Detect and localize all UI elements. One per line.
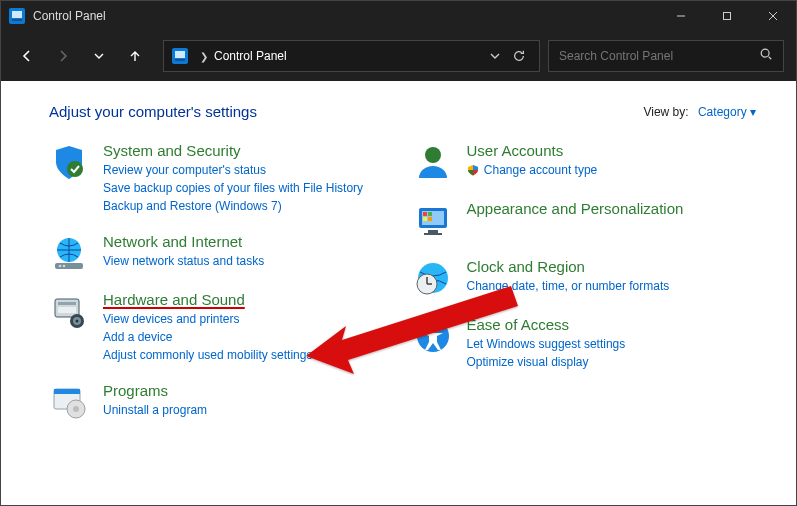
category-network-internet: Network and InternetView network status … [49, 233, 393, 273]
clock-region-icon[interactable] [413, 258, 453, 298]
category-title[interactable]: Hardware and Sound [103, 291, 312, 308]
svg-rect-18 [58, 302, 76, 305]
svg-rect-24 [54, 389, 80, 394]
svg-rect-9 [175, 59, 185, 61]
nav-back-button[interactable] [13, 42, 41, 70]
category-links: View devices and printersAdd a deviceAdj… [103, 310, 312, 364]
svg-point-10 [761, 49, 769, 57]
content-area: Adjust your computer's settings View by:… [1, 81, 796, 505]
view-by-value[interactable]: Category ▾ [698, 105, 756, 119]
close-button[interactable] [750, 1, 796, 31]
minimize-button[interactable] [658, 1, 704, 31]
category-user-accounts: User Accounts Change account type [413, 142, 757, 182]
nav-up-button[interactable] [121, 42, 149, 70]
control-panel-window: Control Panel ❯ Control Panel [0, 0, 797, 506]
svg-point-22 [76, 320, 79, 323]
category-links: Uninstall a program [103, 401, 207, 419]
category-links: View network status and tasks [103, 252, 264, 270]
svg-point-16 [63, 265, 66, 268]
search-icon[interactable] [759, 47, 773, 65]
system-security-icon[interactable] [49, 142, 89, 182]
category-link[interactable]: Adjust commonly used mobility settings [103, 346, 312, 364]
navbar: ❯ Control Panel [1, 31, 796, 81]
category-links: Let Windows suggest settingsOptimize vis… [467, 335, 626, 371]
svg-rect-8 [175, 51, 185, 58]
window-title: Control Panel [33, 9, 658, 23]
network-internet-icon[interactable] [49, 233, 89, 273]
svg-line-11 [769, 57, 772, 60]
page-title: Adjust your computer's settings [49, 103, 643, 120]
category-title[interactable]: User Accounts [467, 142, 598, 159]
category-link[interactable]: Save backup copies of your files with Fi… [103, 179, 363, 197]
svg-point-27 [425, 147, 441, 163]
svg-rect-35 [428, 217, 432, 221]
category-links: Change account type [467, 161, 598, 179]
category-title[interactable]: Ease of Access [467, 316, 626, 333]
right-column: User Accounts Change account typeAppeara… [413, 142, 757, 440]
category-link[interactable]: Change date, time, or number formats [467, 277, 670, 295]
svg-point-26 [73, 406, 79, 412]
category-link[interactable]: View network status and tasks [103, 252, 264, 270]
address-dropdown-button[interactable] [483, 44, 507, 68]
svg-rect-30 [428, 230, 438, 233]
ease-of-access-icon[interactable] [413, 316, 453, 356]
category-link[interactable]: Add a device [103, 328, 312, 346]
titlebar: Control Panel [1, 1, 796, 31]
category-title[interactable]: Appearance and Personalization [467, 200, 684, 217]
searchbar[interactable] [548, 40, 784, 72]
svg-rect-34 [423, 217, 427, 221]
category-hardware-sound: Hardware and SoundView devices and print… [49, 291, 393, 364]
svg-point-41 [429, 324, 436, 331]
category-link[interactable]: Review your computer's status [103, 161, 363, 179]
nav-recent-dropdown[interactable] [85, 42, 113, 70]
category-clock-region: Clock and RegionChange date, time, or nu… [413, 258, 757, 298]
category-link[interactable]: View devices and printers [103, 310, 312, 328]
category-title[interactable]: Programs [103, 382, 207, 399]
control-panel-icon [9, 8, 25, 24]
category-links: Review your computer's statusSave backup… [103, 161, 363, 215]
refresh-button[interactable] [507, 44, 531, 68]
category-link[interactable]: Uninstall a program [103, 401, 207, 419]
window-controls [658, 1, 796, 31]
left-column: System and SecurityReview your computer'… [49, 142, 393, 440]
category-system-security: System and SecurityReview your computer'… [49, 142, 393, 215]
category-link[interactable]: Backup and Restore (Windows 7) [103, 197, 363, 215]
category-title[interactable]: Network and Internet [103, 233, 264, 250]
view-by-control: View by: Category ▾ [643, 105, 756, 119]
svg-point-12 [67, 161, 83, 177]
uac-shield-icon [467, 163, 479, 175]
category-ease-of-access: Ease of AccessLet Windows suggest settin… [413, 316, 757, 371]
category-title[interactable]: Clock and Region [467, 258, 670, 275]
search-input[interactable] [559, 49, 759, 63]
svg-point-15 [59, 265, 62, 268]
breadcrumb-item[interactable]: Control Panel [214, 49, 287, 63]
category-programs: ProgramsUninstall a program [49, 382, 393, 422]
svg-rect-2 [12, 19, 22, 21]
svg-rect-19 [58, 307, 76, 313]
category-link[interactable]: Let Windows suggest settings [467, 335, 626, 353]
appearance-icon[interactable] [413, 200, 453, 240]
addressbar[interactable]: ❯ Control Panel [163, 40, 540, 72]
category-links: Change date, time, or number formats [467, 277, 670, 295]
programs-icon[interactable] [49, 382, 89, 422]
hardware-sound-icon[interactable] [49, 291, 89, 331]
svg-rect-4 [724, 13, 731, 20]
view-by-label: View by: [643, 105, 688, 119]
category-appearance: Appearance and Personalization [413, 200, 757, 240]
category-link[interactable]: Change account type [467, 161, 598, 179]
svg-rect-32 [423, 212, 427, 216]
svg-rect-31 [424, 233, 442, 235]
category-title[interactable]: System and Security [103, 142, 363, 159]
user-accounts-icon[interactable] [413, 142, 453, 182]
chevron-right-icon[interactable]: ❯ [200, 51, 208, 62]
control-panel-icon [172, 48, 188, 64]
svg-rect-33 [428, 212, 432, 216]
nav-forward-button[interactable] [49, 42, 77, 70]
maximize-button[interactable] [704, 1, 750, 31]
svg-rect-1 [12, 11, 22, 18]
category-link[interactable]: Optimize visual display [467, 353, 626, 371]
